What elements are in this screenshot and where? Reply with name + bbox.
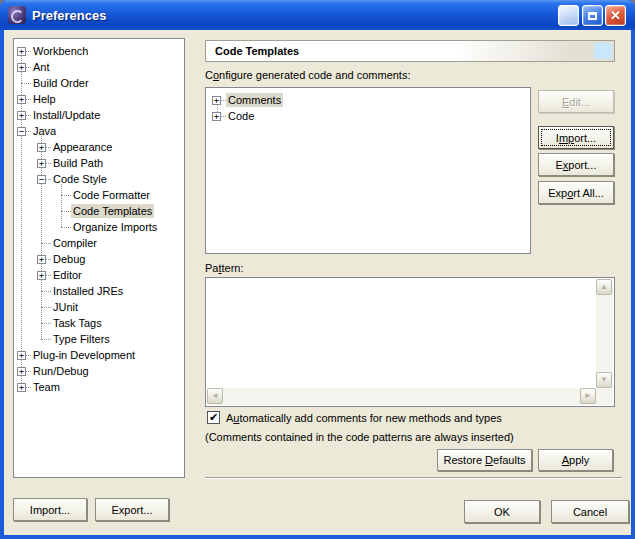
expand-plus-icon[interactable]: + (212, 96, 221, 105)
tree-item-label: Workbench (31, 44, 90, 58)
horizontal-scrollbar[interactable]: ◄ ► (207, 388, 596, 405)
tree-item-label: Editor (51, 268, 84, 282)
tree-item-install-update[interactable]: +Install/Update (14, 107, 184, 123)
tree-item-junit[interactable]: JUnit (14, 299, 184, 315)
header-gradient (402, 41, 614, 61)
expand-plus-icon[interactable]: + (212, 112, 221, 121)
pattern-text (208, 280, 594, 386)
export-button[interactable]: Export... (538, 153, 614, 176)
auto-comments-checkbox[interactable]: ✔ (207, 411, 220, 424)
expand-plus-icon[interactable]: + (17, 63, 26, 72)
expand-plus-icon[interactable]: + (37, 143, 46, 152)
expand-plus-icon[interactable]: + (17, 111, 26, 120)
tree-item-organize-imports[interactable]: Organize Imports (14, 219, 184, 235)
tree-item-label: Task Tags (51, 316, 104, 330)
tree-item-task-tags[interactable]: Task Tags (14, 315, 184, 331)
tree-item-code-formatter[interactable]: Code Formatter (14, 187, 184, 203)
tree-item-build-order[interactable]: Build Order (14, 75, 184, 91)
expand-plus-icon[interactable]: + (17, 351, 26, 360)
close-icon: ✕ (610, 9, 621, 22)
expand-plus-icon[interactable]: + (17, 367, 26, 376)
scroll-up-icon[interactable]: ▲ (596, 279, 612, 295)
tree-item-type-filters[interactable]: Type Filters (14, 331, 184, 347)
tree-item-label: Debug (51, 252, 87, 266)
tree-item-label: Appearance (51, 140, 114, 154)
expand-plus-icon[interactable]: + (17, 47, 26, 56)
eclipse-icon (8, 6, 26, 24)
collapse-minus-icon[interactable]: − (37, 175, 46, 184)
tree-item-code-style[interactable]: −Code Style (14, 171, 184, 187)
cancel-button[interactable]: Cancel (551, 500, 629, 523)
tree-item-compiler[interactable]: Compiler (14, 235, 184, 251)
title-bar[interactable]: Preferences ✕ (0, 0, 635, 30)
tree-item-label: Team (31, 380, 62, 394)
tree-item-label: Organize Imports (71, 220, 159, 234)
expand-plus-icon[interactable]: + (37, 255, 46, 264)
tree-item-editor[interactable]: +Editor (14, 267, 184, 283)
tree-item-comments[interactable]: +Comments (206, 92, 530, 108)
tree-item-label: Code Style (51, 172, 109, 186)
auto-comments-label[interactable]: Automatically add comments for new metho… (226, 412, 502, 424)
footer-separator (205, 477, 622, 479)
maximize-icon (588, 12, 597, 20)
tree-connector (61, 195, 71, 196)
tree-item-label: Java (31, 124, 58, 138)
dialog-body: +Workbench+AntBuild Order+Help+Install/U… (4, 30, 631, 535)
edit-button[interactable]: Edit... (538, 90, 614, 113)
tree-item-plug-in-development[interactable]: +Plug-in Development (14, 347, 184, 363)
minimize-icon (565, 19, 573, 22)
scroll-down-icon[interactable]: ▼ (596, 372, 612, 388)
preferences-dialog: Preferences ✕ +Workbench+AntBuild Order+… (0, 0, 635, 539)
tree-item-code-templates[interactable]: Code Templates (14, 203, 184, 219)
maximize-button[interactable] (582, 5, 603, 26)
tree-item-label: Code Templates (71, 204, 154, 218)
configure-label: Configure generated code and comments: (205, 69, 410, 81)
scroll-right-icon[interactable]: ► (580, 388, 596, 404)
pattern-textarea[interactable]: ▲ ▼ ◄ ► (205, 277, 615, 407)
comments-note: (Comments contained in the code patterns… (205, 431, 514, 443)
tree-item-help[interactable]: +Help (14, 91, 184, 107)
close-button[interactable]: ✕ (605, 5, 626, 26)
minimize-button[interactable] (558, 5, 579, 26)
tree-item-ant[interactable]: +Ant (14, 59, 184, 75)
page-header: Code Templates (205, 40, 615, 62)
tree-item-label: Build Path (51, 156, 105, 170)
tree-item-appearance[interactable]: +Appearance (14, 139, 184, 155)
import-button[interactable]: Import... (538, 126, 614, 149)
tree-item-label: Code (226, 109, 256, 123)
tree-item-label: Run/Debug (31, 364, 91, 378)
scroll-left-icon[interactable]: ◄ (207, 388, 223, 404)
tree-item-build-path[interactable]: +Build Path (14, 155, 184, 171)
expand-plus-icon[interactable]: + (17, 95, 26, 104)
ok-button[interactable]: OK (464, 500, 540, 523)
vertical-scrollbar[interactable]: ▲ ▼ (596, 279, 613, 388)
tree-connector (61, 211, 71, 212)
tree-item-run-debug[interactable]: +Run/Debug (14, 363, 184, 379)
tree-item-installed-jres[interactable]: Installed JREs (14, 283, 184, 299)
footer-import-button[interactable]: Import... (13, 498, 87, 521)
tree-item-label: Type Filters (51, 332, 112, 346)
apply-button[interactable]: Apply (538, 449, 613, 471)
collapse-minus-icon[interactable]: − (17, 127, 26, 136)
tree-item-label: Help (31, 92, 58, 106)
export-all-button[interactable]: Export All... (538, 181, 614, 204)
template-tree[interactable]: +Comments+Code (205, 87, 531, 254)
pattern-label: Pattern: (205, 262, 244, 274)
tree-item-java[interactable]: −Java (14, 123, 184, 139)
tree-item-label: JUnit (51, 300, 80, 314)
tree-connector (41, 243, 51, 244)
restore-defaults-button[interactable]: Restore Defaults (437, 449, 532, 471)
scrollbar-corner (596, 388, 613, 405)
window-title: Preferences (32, 8, 106, 23)
expand-plus-icon[interactable]: + (37, 271, 46, 280)
expand-plus-icon[interactable]: + (17, 383, 26, 392)
tree-connector (41, 323, 51, 324)
tree-item-team[interactable]: +Team (14, 379, 184, 395)
footer-export-button[interactable]: Export... (95, 498, 169, 521)
tree-item-debug[interactable]: +Debug (14, 251, 184, 267)
tree-item-label: Comments (226, 93, 283, 107)
preferences-tree[interactable]: +Workbench+AntBuild Order+Help+Install/U… (13, 38, 185, 478)
tree-item-workbench[interactable]: +Workbench (14, 43, 184, 59)
tree-item-code[interactable]: +Code (206, 108, 530, 124)
expand-plus-icon[interactable]: + (37, 159, 46, 168)
